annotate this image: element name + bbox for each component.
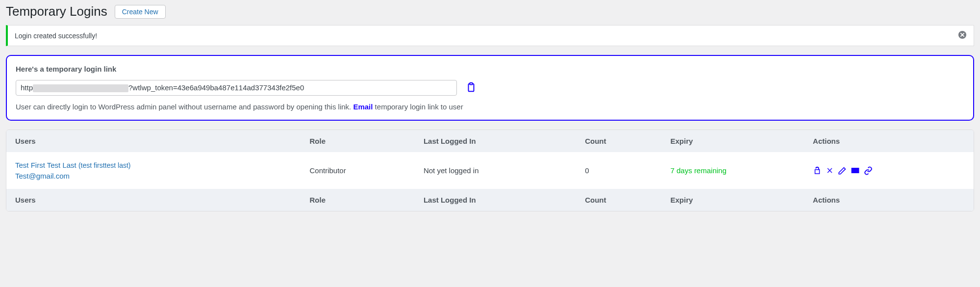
page-title: Temporary Logins <box>6 4 107 19</box>
cell-count: 0 <box>585 166 670 175</box>
success-notice: Login created successfully! <box>6 25 974 46</box>
disable-action-button[interactable] <box>813 166 822 175</box>
col-footer-last-login: Last Logged In <box>424 196 585 204</box>
link-row: http?wtlwp_token=43e6a949ba487e114ad3773… <box>16 80 964 96</box>
col-footer-users: Users <box>15 196 309 204</box>
user-display-name: Test First Test Last <box>15 161 76 169</box>
col-footer-count: Count <box>585 196 670 204</box>
create-new-button[interactable]: Create New <box>115 5 166 19</box>
col-header-last-login: Last Logged In <box>424 137 585 145</box>
delete-action-button[interactable] <box>826 166 834 175</box>
cell-actions <box>813 166 965 175</box>
users-table: Users Role Last Logged In Count Expiry A… <box>6 130 974 211</box>
cell-role: Contributor <box>309 166 423 175</box>
desc-after: temporary login link to user <box>373 103 463 111</box>
col-footer-actions: Actions <box>813 196 965 204</box>
pencil-icon <box>838 166 847 175</box>
page-header: Temporary Logins Create New <box>6 4 974 19</box>
col-header-users: Users <box>15 137 309 145</box>
link-heading: Here's a temporary login link <box>16 65 964 73</box>
col-footer-expiry: Expiry <box>671 196 813 204</box>
url-suffix: ?wtlwp_token=43e6a949ba487e114ad377343fe… <box>128 83 304 92</box>
cell-expiry: 7 days remaining <box>671 166 813 175</box>
table-footer: Users Role Last Logged In Count Expiry A… <box>6 189 974 211</box>
link-description: User can directly login to WordPress adm… <box>16 103 964 111</box>
edit-action-button[interactable] <box>838 166 847 175</box>
col-header-actions: Actions <box>813 137 965 145</box>
copy-link-button[interactable] <box>466 82 477 94</box>
table-header: Users Role Last Logged In Count Expiry A… <box>6 130 974 152</box>
lock-open-icon <box>813 166 822 175</box>
user-username: (test firsttest last) <box>78 161 131 169</box>
user-email: Test@gmail.com <box>15 172 309 180</box>
redacted-host <box>33 84 128 92</box>
expiry-text: 7 days remaining <box>671 166 727 175</box>
notice-message: Login created successfully! <box>15 32 97 40</box>
col-header-count: Count <box>585 137 670 145</box>
col-footer-role: Role <box>309 196 423 204</box>
cell-user: Test First Test Last (test firsttest las… <box>15 161 309 180</box>
close-icon <box>958 30 967 39</box>
svg-rect-2 <box>470 82 473 84</box>
email-action-button[interactable] <box>851 166 860 175</box>
cell-last-login: Not yet logged in <box>424 166 585 175</box>
desc-before: User can directly login to WordPress adm… <box>16 103 353 111</box>
mail-icon <box>851 166 860 175</box>
email-link[interactable]: Email <box>353 103 373 111</box>
clipboard-icon <box>466 82 477 93</box>
link-icon <box>864 166 873 175</box>
table-row: Test First Test Last (test firsttest las… <box>6 152 974 189</box>
close-icon <box>826 166 834 175</box>
dismiss-notice-button[interactable] <box>958 30 967 41</box>
login-link-input[interactable]: http?wtlwp_token=43e6a949ba487e114ad3773… <box>16 80 457 96</box>
login-link-panel: Here's a temporary login link http?wtlwp… <box>6 55 974 121</box>
url-prefix: http <box>21 83 33 92</box>
copy-link-action-button[interactable] <box>864 166 873 175</box>
col-header-expiry: Expiry <box>671 137 813 145</box>
col-header-role: Role <box>309 137 423 145</box>
